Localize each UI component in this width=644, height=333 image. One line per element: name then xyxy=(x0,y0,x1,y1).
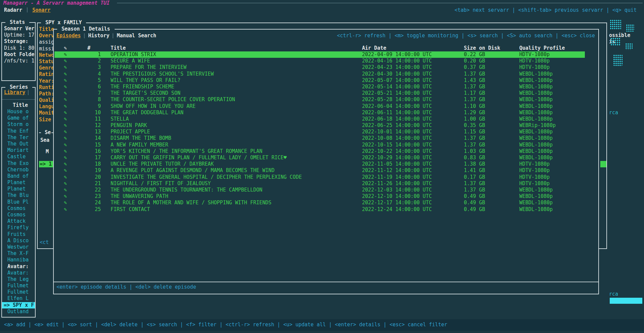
series-details-title: SPY x FAMILY xyxy=(41,19,86,26)
episode-row[interactable]: ✎ 13 PROJECT APPLE 2022-10-01 14:00:00 U… xyxy=(54,129,585,135)
episode-row[interactable]: ✎ 11 STELLA 2022-06-18 14:00:00 UTC 1.00… xyxy=(54,116,585,122)
series-item[interactable]: The Blu xyxy=(2,192,35,199)
seasons-header-fragment: Sea xyxy=(40,137,49,143)
episode-number: 3 xyxy=(86,64,101,71)
series-item[interactable]: Elfen L xyxy=(2,295,35,302)
episode-row[interactable]: ✎ 12 PENGUIN PARK 2022-06-25 14:00:00 UT… xyxy=(54,122,585,129)
series-item[interactable]: Castle xyxy=(2,154,35,160)
episode-number: 24 xyxy=(86,200,101,206)
episode-quality: WEBDL-1080p xyxy=(519,129,553,135)
episode-row[interactable]: ✎ 22 THE UNDERGROUND TENNIS TOURNAMENT: … xyxy=(54,187,585,193)
episode-row[interactable]: ✎ 25 FIRST CONTACT 2022-12-24 14:00:00 U… xyxy=(54,206,585,213)
series-item[interactable]: Planet xyxy=(2,179,35,186)
monitored-icon: ✎ xyxy=(64,84,67,90)
series-item[interactable]: Blue Pl xyxy=(2,199,35,205)
series-item[interactable]: => SPY x F xyxy=(2,302,35,308)
series-item[interactable]: Moriart xyxy=(2,147,35,154)
episode-number: 12 xyxy=(86,122,101,129)
series-item[interactable]: The Enf xyxy=(2,128,35,134)
series-item[interactable]: The X-F xyxy=(2,250,35,257)
tab-episodes[interactable]: Episodes xyxy=(56,33,81,39)
episode-title: PROJECT APPLE xyxy=(111,129,150,135)
episode-quality: WEBDL-1080p xyxy=(519,110,553,116)
tab-radarr[interactable]: Radarr xyxy=(4,7,22,13)
tab-history[interactable]: History xyxy=(88,33,109,39)
series-item[interactable]: Storm o xyxy=(2,121,35,128)
episode-row[interactable]: ✎ 6 THE FRIENDSHIP SCHEME 2022-05-14 14:… xyxy=(54,84,585,90)
series-item[interactable]: Avatar: xyxy=(2,270,35,276)
episode-row[interactable]: ✎ 7 THE TARGET'S SECOND SON 2022-05-21 1… xyxy=(54,90,585,96)
series-item[interactable]: Fruits xyxy=(2,231,35,238)
episode-row[interactable]: ✎ 17 CARRY OUT THE GRIFFIN PLAN / FULLME… xyxy=(54,155,585,161)
episode-number: 14 xyxy=(86,135,101,141)
series-item[interactable]: Avatar: xyxy=(2,263,35,270)
episode-number: 15 xyxy=(86,142,101,148)
monitored-icon: ✎ xyxy=(64,129,67,135)
episode-air-date: 2022-06-18 14:00:00 UTC xyxy=(362,116,432,122)
episode-row[interactable]: ✎ 19 A REVENGE PLOT AGAINST DESMOND / MA… xyxy=(54,167,585,174)
series-item[interactable]: The Exo xyxy=(2,160,35,167)
monitored-icon: ✎ xyxy=(64,187,67,193)
series-item[interactable]: The Ter xyxy=(2,134,35,141)
episode-size: 0.49 GB xyxy=(464,200,485,206)
episode-title: OPERATION STRIX xyxy=(111,51,156,58)
series-item[interactable]: Fullmet xyxy=(2,289,35,295)
series-item[interactable]: Westwor xyxy=(2,244,35,250)
monitored-icon: ✎ xyxy=(64,77,67,84)
episode-title: THE UNWAVERING PATH xyxy=(111,193,168,200)
episode-air-date: 2022-12-03 14:00:00 UTC xyxy=(362,187,432,193)
monitored-icon: ✎ xyxy=(64,200,67,206)
episode-air-date: 2022-06-04 14:00:00 UTC xyxy=(362,103,432,110)
series-item[interactable]: A Disco xyxy=(2,238,35,244)
episode-title: THE ROLE OF A MOTHER AND WIFE / SHOPPING… xyxy=(111,200,272,206)
episode-row[interactable]: ✎ 18 UNCLE THE PRIVATE TUTOR / DAYBREAK … xyxy=(54,161,585,167)
field-value-fragment-2: rca xyxy=(609,291,618,297)
series-item[interactable]: Band of xyxy=(2,173,35,179)
episode-row[interactable]: ✎ 10 THE GREAT DODGEBALL PLAN 2022-06-11… xyxy=(54,110,585,116)
episode-row[interactable]: ✎ 3 PREPARE FOR THE INTERVIEW 2022-04-23… xyxy=(54,64,585,71)
episode-quality: HDTV-1080p xyxy=(519,161,550,167)
series-item[interactable]: House o xyxy=(2,109,35,115)
series-item[interactable]: Firefly xyxy=(2,224,35,231)
episode-row[interactable]: ✎ 5 WILL THEY PASS OR FAIL? 2022-05-07 1… xyxy=(54,77,585,84)
series-item[interactable]: Hanniba xyxy=(2,257,35,263)
tab-library[interactable]: Library xyxy=(4,89,25,95)
episode-row[interactable]: ✎ 4 THE PRESTIGIOUS SCHOOL'S INTERVIEW 2… xyxy=(54,71,585,77)
series-item[interactable]: Chernob xyxy=(2,167,35,173)
episode-row[interactable]: ✎ 16 YOR'S KITCHEN / THE INFORMANT'S GRE… xyxy=(54,148,585,155)
episode-quality: WEBDL-1080p xyxy=(519,206,553,213)
episode-title: FIRST CONTACT xyxy=(111,206,150,213)
tab-sonarr[interactable]: Sonarr xyxy=(32,7,50,13)
selected-season-row-fragment[interactable]: => 1 xyxy=(39,161,53,167)
episode-number: 4 xyxy=(86,71,101,77)
monitored-icon: ✎ xyxy=(64,90,67,96)
episode-row[interactable]: ✎ 15 A NEW FAMILY MEMBER 2022-10-15 14:0… xyxy=(54,142,585,148)
monitored-icon: ✎ xyxy=(64,51,67,58)
series-item[interactable]: Game of xyxy=(2,115,35,121)
series-item[interactable]: The Out xyxy=(2,141,35,147)
episode-row[interactable]: ✎ 21 NIGHTFALL / FIRST FIT OF JEALOUSY 2… xyxy=(54,180,585,187)
episode-size: 1.00 GB xyxy=(464,116,485,122)
series-list: House oGame ofStorm oThe EnfThe TerThe O… xyxy=(2,109,35,315)
series-item[interactable]: Outland xyxy=(2,308,35,315)
air-date-column-header: Air Date xyxy=(362,45,386,51)
series-item[interactable]: Planet xyxy=(2,186,35,192)
episode-row[interactable]: ✎ 8 THE COUNTER-SECRET POLICE COVER OPER… xyxy=(54,96,585,103)
seasons-box-title-fragment: Se xyxy=(41,129,51,135)
episode-row[interactable]: ✎ 20 INVESTIGATE THE GENERAL HOSPITAL / … xyxy=(54,174,585,180)
episode-air-date: 2022-04-30 14:00:00 UTC xyxy=(362,71,432,77)
episode-row[interactable]: ✎ 9 SHOW OFF HOW IN LOVE YOU ARE 2022-06… xyxy=(54,103,585,110)
episode-title: THE UNDERGROUND TENNIS TOURNAMENT: THE C… xyxy=(111,187,263,193)
series-item[interactable]: The Leg xyxy=(2,276,35,283)
episode-row[interactable]: ✎ 14 DISARM THE TIME BOMB 2022-10-08 14:… xyxy=(54,135,585,141)
series-item[interactable]: Fullmet xyxy=(2,283,35,289)
series-item[interactable]: Cosmos xyxy=(2,212,35,218)
episode-row[interactable]: ✎ 23 THE UNWAVERING PATH 2022-12-10 14:0… xyxy=(54,193,585,200)
episode-air-date: 2022-06-11 14:00:00 UTC xyxy=(362,110,432,116)
tab-manual-search[interactable]: Manual Search xyxy=(117,33,156,39)
series-item[interactable]: Attack xyxy=(2,218,35,224)
episode-row[interactable]: ✎ 1 OPERATION STRIX 2022-04-09 14:00:00 … xyxy=(54,51,585,58)
episode-row[interactable]: ✎ 24 THE ROLE OF A MOTHER AND WIFE / SHO… xyxy=(54,200,585,206)
episode-row[interactable]: ✎ 2 SECURE A WIFE 2022-04-16 14:00:00 UT… xyxy=(54,58,585,64)
series-item[interactable]: Cosmos xyxy=(2,205,35,212)
